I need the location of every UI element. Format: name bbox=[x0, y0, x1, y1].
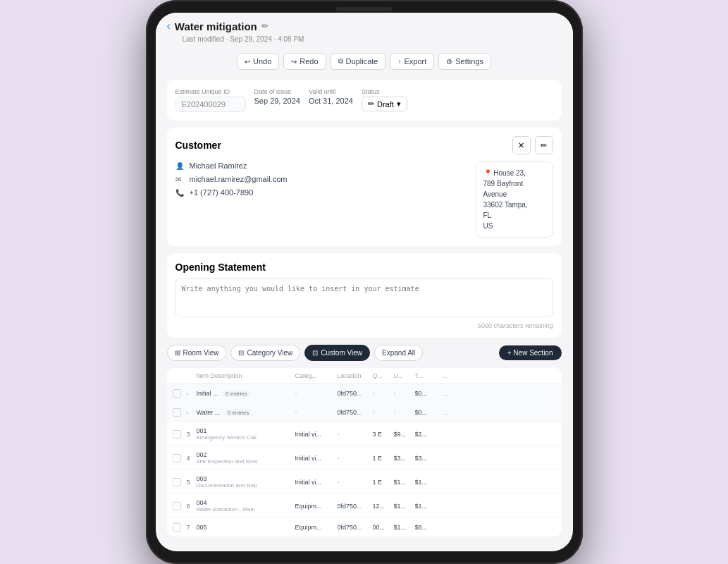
row-unit: $9... bbox=[394, 431, 415, 438]
status-group: Status ✏ Draft ▾ bbox=[362, 88, 407, 112]
export-icon: ↑ bbox=[397, 58, 401, 66]
estimate-id-input[interactable]: E202400029 bbox=[175, 97, 246, 112]
table-row: 3 001 Emergency Service Call Initial vi.… bbox=[167, 422, 562, 446]
table-row: 6 004 Water Extraction - Main Equipm... … bbox=[167, 494, 562, 518]
row-checkbox[interactable] bbox=[173, 454, 187, 462]
row-checkbox[interactable] bbox=[173, 502, 187, 510]
row-qty: 00... bbox=[373, 524, 394, 531]
customer-card-header: Customer ✕ ✏ bbox=[175, 136, 553, 154]
row-unit: - bbox=[394, 409, 415, 416]
redo-icon: ↪ bbox=[291, 58, 297, 66]
row-total: $8... bbox=[415, 524, 443, 531]
date-group: Date of issue Sep 29, 2024 bbox=[254, 88, 300, 112]
row-checkbox[interactable] bbox=[173, 430, 187, 439]
row-location: - bbox=[338, 479, 373, 486]
row-location: 0fd750... bbox=[338, 524, 373, 531]
custom-view-button[interactable]: ⊡ Custom View bbox=[304, 345, 370, 361]
opening-statement-card: Opening Statement 5000 characters remain… bbox=[167, 253, 562, 338]
row-description: 002 Site Inspection and Mois bbox=[197, 451, 295, 465]
edit-customer-button[interactable]: ✏ bbox=[535, 136, 553, 154]
row-location: 0fd750... bbox=[338, 390, 373, 397]
row-checkbox[interactable] bbox=[173, 389, 187, 398]
row-expand[interactable]: › bbox=[187, 410, 197, 416]
row-checkbox[interactable] bbox=[173, 523, 187, 532]
row-checkbox[interactable] bbox=[173, 408, 187, 417]
customer-phone: +1 (727) 400-7890 bbox=[190, 188, 254, 197]
toolbar: ↩ Undo ↪ Redo ⧉ Duplicate ↑ Export ⚙ S bbox=[167, 49, 562, 74]
customer-name-row: 👤 Michael Ramirez bbox=[175, 161, 464, 170]
entries-badge: 0 entries bbox=[224, 409, 253, 416]
room-view-icon: ⊞ bbox=[175, 349, 180, 357]
pencil-icon: ✏ bbox=[368, 99, 374, 109]
th-qty: Q... bbox=[373, 372, 394, 379]
person-icon: 👤 bbox=[175, 162, 185, 170]
dropdown-icon: ▾ bbox=[397, 99, 401, 109]
edit-title-icon[interactable]: ✏ bbox=[261, 21, 269, 31]
customer-left: 👤 Michael Ramirez ✉ michael.ramirez@gmai… bbox=[175, 161, 464, 238]
estimate-id-group: Estimate Unique ID E202400029 bbox=[175, 88, 246, 112]
row-expand[interactable]: › bbox=[187, 391, 197, 397]
row-description: Initial ... 0 entries bbox=[197, 390, 295, 397]
table-row: › Initial ... 0 entries - 0fd750... - - … bbox=[167, 384, 562, 403]
row-category: Initial vi... bbox=[295, 479, 338, 486]
date-value: Sep 29, 2024 bbox=[254, 97, 300, 105]
row-qty: - bbox=[373, 409, 394, 416]
customer-phone-row: 📞 +1 (727) 400-7890 bbox=[175, 188, 464, 197]
row-num: 3 bbox=[187, 431, 197, 438]
page-title: Water mitigation bbox=[175, 20, 257, 32]
section-label: Initial ... bbox=[197, 390, 218, 397]
row-qty: 1 E bbox=[373, 455, 394, 462]
redo-button[interactable]: ↪ Redo bbox=[283, 53, 326, 70]
row-description: 005 bbox=[197, 524, 295, 531]
undo-icon: ↩ bbox=[245, 58, 250, 66]
card-actions: ✕ ✏ bbox=[512, 136, 553, 154]
category-view-button[interactable]: ⊟ Category View bbox=[230, 345, 300, 361]
customer-email: michael.ramirez@gmail.com bbox=[190, 175, 288, 183]
row-category: Initial vi... bbox=[295, 431, 338, 438]
tablet-notch bbox=[336, 7, 393, 11]
duplicate-button[interactable]: ⧉ Duplicate bbox=[331, 53, 386, 70]
row-unit: $1... bbox=[394, 503, 415, 510]
expand-all-button[interactable]: Expand All bbox=[374, 345, 423, 361]
estimate-id-label: Estimate Unique ID bbox=[175, 88, 246, 95]
table-row: › Water ... 0 entries - 0fd750... - - $0… bbox=[167, 403, 562, 422]
row-qty: 12... bbox=[373, 503, 394, 510]
entries-badge: 0 entries bbox=[222, 390, 251, 397]
row-unit: - bbox=[394, 390, 415, 397]
row-location: - bbox=[338, 431, 373, 438]
row-checkbox[interactable] bbox=[173, 478, 187, 486]
customer-info: 👤 Michael Ramirez ✉ michael.ramirez@gmai… bbox=[175, 161, 553, 238]
section-label: Water ... bbox=[197, 409, 221, 416]
row-qty: 1 E bbox=[373, 479, 394, 486]
row-total: $3... bbox=[415, 455, 443, 462]
row-qty: - bbox=[373, 390, 394, 397]
row-total: $0... bbox=[415, 390, 443, 397]
row-category: Equipm... bbox=[295, 503, 338, 510]
export-button[interactable]: ↑ Export bbox=[390, 53, 434, 70]
row-more[interactable]: ... bbox=[443, 390, 457, 397]
opening-statement-title: Opening Statement bbox=[175, 262, 553, 273]
status-pill[interactable]: ✏ Draft ▾ bbox=[362, 97, 407, 111]
remove-customer-button[interactable]: ✕ bbox=[512, 136, 531, 154]
opening-statement-textarea[interactable] bbox=[175, 278, 553, 317]
category-view-icon: ⊟ bbox=[238, 349, 244, 357]
valid-label: Valid until bbox=[309, 88, 353, 95]
row-num: 4 bbox=[187, 455, 197, 462]
settings-icon: ⚙ bbox=[446, 58, 452, 66]
row-location: 0fd750... bbox=[338, 503, 373, 510]
row-qty: 3 E bbox=[373, 431, 394, 438]
settings-button[interactable]: ⚙ Settings bbox=[438, 53, 491, 70]
customer-name: Michael Ramirez bbox=[190, 161, 247, 170]
row-location: - bbox=[338, 455, 373, 462]
date-label: Date of issue bbox=[254, 88, 300, 95]
tablet-screen: ‹ Water mitigation ✏ Last modified · Sep… bbox=[156, 13, 573, 551]
undo-button[interactable]: ↩ Undo bbox=[237, 53, 279, 70]
row-more[interactable]: ... bbox=[443, 409, 457, 416]
last-modified: Last modified · Sep 29, 2024 · 4:08 PM bbox=[183, 35, 562, 43]
valid-value: Oct 31, 2024 bbox=[309, 97, 353, 105]
items-table: Item Description Categ... Location Q... … bbox=[167, 368, 562, 537]
address-icon: 📍 bbox=[483, 169, 492, 177]
room-view-button[interactable]: ⊞ Room View bbox=[167, 345, 227, 361]
new-section-button[interactable]: + New Section bbox=[499, 345, 562, 360]
back-button[interactable]: ‹ bbox=[167, 20, 171, 32]
